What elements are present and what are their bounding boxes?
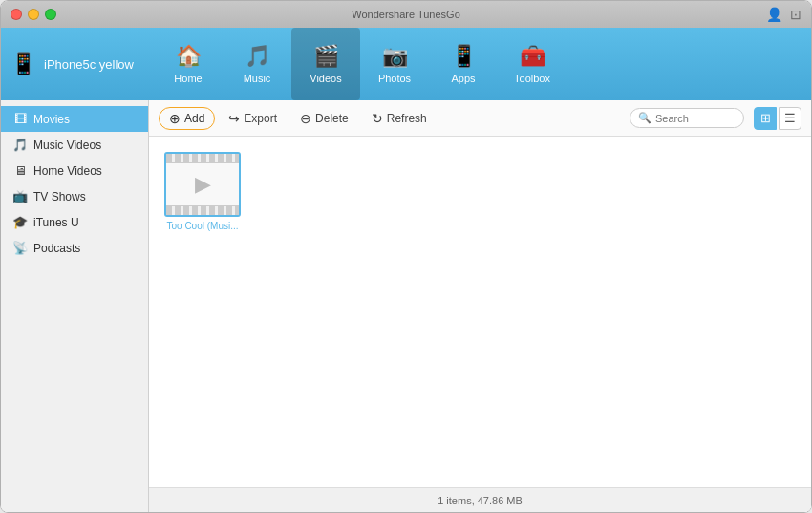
photos-icon: 📷	[382, 44, 408, 69]
sidebar-label-itunes-u: iTunes U	[33, 216, 79, 229]
sidebar-item-itunes-u[interactable]: 🎓 iTunes U	[1, 209, 148, 235]
app-title: Wondershare TunesGo	[352, 9, 460, 20]
export-label: Export	[244, 112, 277, 125]
user-icon[interactable]: 👤	[766, 7, 782, 22]
nav-label-home: Home	[174, 73, 202, 84]
device-icon: 📱	[11, 52, 36, 76]
nav-item-home[interactable]: 🏠 Home	[154, 28, 223, 100]
film-strip-bottom	[166, 205, 239, 215]
app-window: Wondershare TunesGo 👤 ⊡ 📱 iPhone5c yello…	[0, 0, 812, 513]
sidebar-label-music-videos: Music Videos	[33, 139, 101, 152]
movies-icon: 🎞	[12, 112, 28, 126]
maximize-button[interactable]	[45, 9, 56, 20]
home-icon: 🏠	[176, 44, 202, 69]
apps-icon: 📱	[451, 44, 477, 69]
search-box: 🔍	[630, 108, 744, 128]
list-view-button[interactable]: ☰	[779, 107, 801, 130]
title-bar: Wondershare TunesGo 👤 ⊡	[1, 1, 811, 28]
top-nav: 📱 iPhone5c yellow 🏠 Home 🎵 Music 🎬 Video…	[1, 28, 811, 100]
video-label: Too Cool (Musi...	[166, 221, 238, 231]
minimize-button[interactable]	[28, 9, 39, 20]
toolbox-icon: 🧰	[520, 44, 545, 69]
sidebar-item-tv-shows[interactable]: 📺 TV Shows	[1, 183, 148, 209]
toolbar: ⊕ Add ↪ Export ⊖ Delete ↻ Refresh 🔍	[149, 100, 811, 137]
settings-icon[interactable]: ⊡	[790, 7, 801, 22]
film-strip-top	[166, 154, 239, 163]
title-bar-right: 👤 ⊡	[766, 7, 801, 22]
sidebar-item-music-videos[interactable]: 🎵 Music Videos	[1, 132, 148, 158]
music-videos-icon: 🎵	[12, 138, 28, 152]
music-icon: 🎵	[245, 44, 270, 69]
nav-label-music: Music	[244, 73, 271, 84]
video-item[interactable]: ▶ Too Cool (Musi...	[164, 152, 241, 231]
nav-item-photos[interactable]: 📷 Photos	[360, 28, 429, 100]
videos-icon: 🎬	[313, 44, 339, 69]
nav-label-videos: Videos	[310, 73, 341, 84]
sidebar-item-podcasts[interactable]: 📡 Podcasts	[1, 235, 148, 261]
add-label: Add	[184, 112, 204, 125]
window-controls	[11, 9, 56, 20]
refresh-label: Refresh	[387, 112, 427, 125]
home-videos-icon: 🖥	[12, 163, 28, 178]
delete-label: Delete	[315, 112, 349, 125]
delete-icon: ⊖	[300, 111, 311, 126]
nav-item-toolbox[interactable]: 🧰 Toolbox	[498, 28, 566, 100]
content-grid: ▶ Too Cool (Musi...	[149, 137, 811, 487]
export-button[interactable]: ↪ Export	[219, 107, 287, 130]
nav-label-photos: Photos	[378, 73, 411, 84]
sidebar-item-home-videos[interactable]: 🖥 Home Videos	[1, 158, 148, 183]
content-area: ⊕ Add ↪ Export ⊖ Delete ↻ Refresh 🔍	[149, 100, 811, 512]
sidebar-label-movies: Movies	[33, 113, 70, 126]
nav-label-toolbox: Toolbox	[514, 73, 550, 84]
podcasts-icon: 📡	[12, 241, 28, 255]
sidebar-label-podcasts: Podcasts	[33, 242, 80, 255]
sidebar-label-tv-shows: TV Shows	[33, 190, 86, 203]
close-button[interactable]	[11, 9, 22, 20]
status-bar: 1 items, 47.86 MB	[149, 487, 811, 512]
nav-item-apps[interactable]: 📱 Apps	[429, 28, 498, 100]
refresh-button[interactable]: ↻ Refresh	[362, 107, 437, 130]
nav-label-apps: Apps	[451, 73, 475, 84]
nav-item-videos[interactable]: 🎬 Videos	[291, 28, 360, 100]
add-button[interactable]: ⊕ Add	[159, 107, 215, 130]
search-input[interactable]	[655, 113, 732, 124]
status-text: 1 items, 47.86 MB	[438, 495, 523, 506]
view-toggle: ⊞ ☰	[754, 107, 801, 130]
play-icon: ▶	[195, 172, 211, 197]
grid-view-button[interactable]: ⊞	[754, 107, 777, 130]
tv-shows-icon: 📺	[12, 189, 28, 203]
sidebar-label-home-videos: Home Videos	[33, 164, 102, 178]
sidebar: 🎞 Movies 🎵 Music Videos 🖥 Home Videos 📺 …	[1, 100, 149, 512]
nav-item-music[interactable]: 🎵 Music	[223, 28, 291, 100]
nav-items: 🏠 Home 🎵 Music 🎬 Videos 📷 Photos 📱 Apps …	[154, 28, 566, 100]
sidebar-item-movies[interactable]: 🎞 Movies	[1, 106, 148, 132]
export-icon: ↪	[228, 111, 240, 126]
refresh-icon: ↻	[372, 111, 383, 126]
itunes-u-icon: 🎓	[12, 215, 28, 229]
delete-button[interactable]: ⊖ Delete	[290, 107, 358, 130]
device-label: 📱 iPhone5c yellow	[11, 52, 135, 76]
main-area: 🎞 Movies 🎵 Music Videos 🖥 Home Videos 📺 …	[1, 100, 811, 512]
search-icon: 🔍	[638, 112, 652, 124]
video-thumbnail: ▶	[164, 152, 241, 217]
device-name: iPhone5c yellow	[44, 57, 134, 72]
add-icon: ⊕	[169, 111, 181, 126]
